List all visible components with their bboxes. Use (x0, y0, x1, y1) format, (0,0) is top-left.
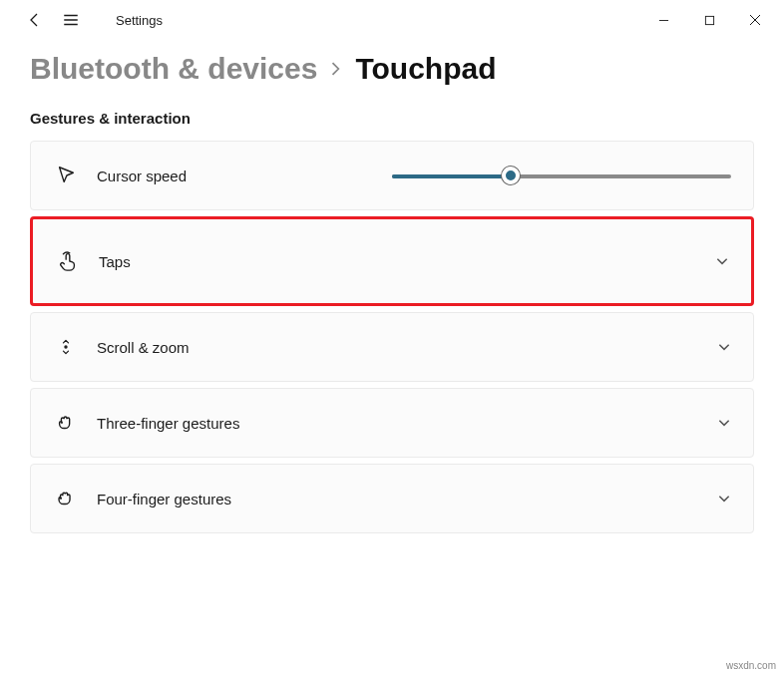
scroll-zoom-row[interactable]: Scroll & zoom (30, 312, 754, 382)
three-finger-row[interactable]: Three-finger gestures (30, 388, 754, 458)
slider-thumb[interactable] (502, 167, 520, 184)
breadcrumb-current: Touchpad (355, 52, 496, 86)
cursor-speed-row[interactable]: Cursor speed (30, 141, 754, 210)
chevron-down-icon (715, 254, 729, 268)
breadcrumb-parent[interactable]: Bluetooth & devices (30, 52, 317, 86)
minimize-button[interactable] (640, 4, 686, 36)
close-button[interactable] (732, 4, 778, 36)
cursor-speed-slider[interactable] (392, 166, 731, 185)
taps-row[interactable]: Taps (30, 216, 754, 306)
scroll-icon (53, 334, 79, 360)
cursor-icon (53, 163, 79, 188)
four-finger-icon (53, 486, 79, 511)
four-finger-row[interactable]: Four-finger gestures (30, 464, 754, 533)
three-finger-label: Three-finger gestures (97, 415, 717, 432)
tap-icon (55, 248, 81, 274)
svg-rect-0 (705, 16, 713, 24)
settings-list: Cursor speed Taps Scroll & zoom (0, 141, 784, 563)
svg-point-1 (65, 346, 67, 348)
app-title: Settings (116, 13, 163, 28)
taps-label: Taps (99, 253, 715, 270)
section-title: Gestures & interaction (0, 110, 784, 141)
chevron-right-icon (329, 56, 343, 82)
scroll-zoom-label: Scroll & zoom (97, 339, 717, 356)
chevron-down-icon (717, 492, 731, 505)
menu-button[interactable] (62, 11, 80, 29)
chevron-down-icon (717, 340, 731, 354)
breadcrumb: Bluetooth & devices Touchpad (0, 40, 784, 110)
cursor-speed-label: Cursor speed (97, 168, 229, 184)
chevron-down-icon (717, 416, 731, 430)
watermark: wsxdn.com (726, 660, 776, 671)
three-finger-icon (53, 410, 79, 436)
maximize-button[interactable] (686, 4, 732, 36)
window-titlebar: Settings (0, 0, 784, 40)
back-button[interactable] (26, 11, 44, 29)
four-finger-label: Four-finger gestures (97, 491, 717, 507)
